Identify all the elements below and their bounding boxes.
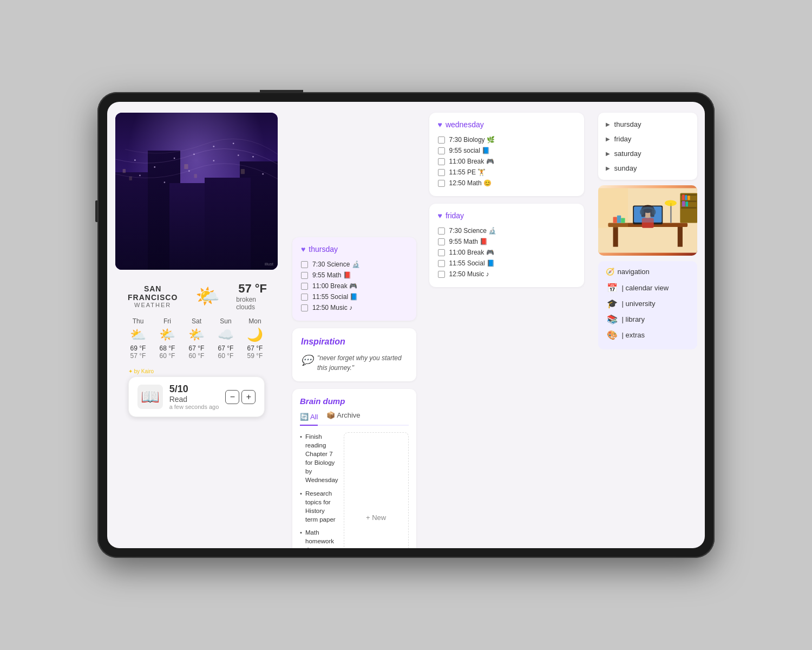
svg-point-10	[213, 160, 214, 161]
checkbox-f2[interactable]	[438, 238, 445, 245]
checkbox-5[interactable]	[438, 180, 445, 187]
checkbox-t3[interactable]	[301, 283, 308, 290]
middle-column: ♥ wednesday 7:30 Biology 🌿 9:55 social 📘…	[423, 102, 591, 548]
checkbox-3[interactable]	[438, 158, 445, 165]
svg-point-5	[233, 142, 234, 144]
friday-heart-icon: ♥	[438, 211, 442, 220]
thursday-header: ♥ thursday	[301, 245, 408, 253]
svg-point-2	[174, 158, 175, 159]
brain-tab-archive[interactable]: 📦 Archive	[326, 411, 360, 421]
schedule-item: 9:55 Math 📕	[301, 270, 408, 281]
svg-point-4	[213, 146, 214, 147]
checkbox-f3[interactable]	[438, 249, 445, 256]
widget-action: Read	[169, 395, 219, 404]
ipad-screen: illust SAN FRANCISCO WEATHER 🌤️ 57 °F br…	[107, 102, 705, 548]
friday-title: friday	[446, 211, 464, 220]
brain-tab-all[interactable]: 🔄 All	[300, 411, 318, 426]
svg-point-8	[164, 181, 166, 183]
inspiration-card: Inspiration 💬 "never forget why you star…	[292, 328, 416, 381]
university-icon: 🎓	[607, 298, 618, 309]
thursday-title: thursday	[309, 245, 338, 253]
checkbox-t2[interactable]	[301, 272, 308, 279]
image-credit: illust	[265, 262, 273, 266]
nav-section-icon: 🧭	[606, 268, 614, 276]
schedule-item: 12:50 Math 😊	[438, 178, 575, 188]
checkbox-f1[interactable]	[438, 227, 445, 235]
weather-section: SAN FRANCISCO WEATHER 🌤️ 57 °F broken cl…	[115, 276, 278, 422]
checkbox-t4[interactable]	[301, 294, 308, 301]
nav-arrow-icon: ▶	[606, 151, 610, 157]
widget-card[interactable]: 📖 5/10 Read a few seconds ago − +	[128, 376, 265, 417]
nav-thursday[interactable]: ▶ thursday	[598, 117, 697, 132]
svg-rect-44	[685, 195, 687, 200]
friday-header: ♥ friday	[438, 211, 575, 220]
nav-section-title: 🧭 navigation	[606, 268, 690, 276]
widget-progress: 5/10	[169, 384, 219, 395]
nav-section: 🧭 navigation 📅 | calendar view 🎓 | unive…	[598, 261, 697, 349]
inspiration-quote: 💬 "never forget why you started this jou…	[301, 353, 408, 373]
extras-icon: 🎨	[607, 330, 618, 340]
checkbox-f5[interactable]	[438, 271, 445, 278]
brain-dump-content: • Finish reading Chapter 7 for Biology b…	[300, 432, 409, 548]
nav-university-link[interactable]: 🎓 | university	[606, 296, 690, 311]
nav-calendar-link[interactable]: 📅 | calendar view	[606, 280, 690, 296]
mid-lower: ♥ thursday 7:30 Science 🔬 9:55 Math 📕 11…	[286, 226, 423, 548]
svg-rect-38	[598, 188, 628, 227]
weather-desc: broken clouds	[236, 296, 267, 311]
ipad-frame: illust SAN FRANCISCO WEATHER 🌤️ 57 °F br…	[97, 92, 715, 558]
svg-point-6	[252, 156, 254, 158]
weather-temp: 57 °F	[238, 282, 267, 296]
nav-library-link[interactable]: 📚 | library	[606, 311, 690, 327]
forecast-thu: Thu ⛅ 69 °F 57 °F	[130, 317, 146, 360]
main-grid: illust SAN FRANCISCO WEATHER 🌤️ 57 °F br…	[107, 102, 705, 548]
checkbox-t1[interactable]	[301, 261, 308, 268]
thursday-card: ♥ thursday 7:30 Science 🔬 9:55 Math 📕 11…	[292, 237, 416, 321]
nav-extras-link[interactable]: 🎨 | extras	[606, 327, 690, 343]
top-button	[260, 90, 303, 93]
nav-friday[interactable]: ▶ friday	[598, 132, 697, 146]
calendar-icon: 📅	[607, 283, 618, 293]
nav-arrow-icon: ▶	[606, 121, 610, 127]
nav-sunday[interactable]: ▶ sunday	[598, 161, 697, 176]
quote-icon: 💬	[301, 353, 313, 373]
checkbox-t5[interactable]	[301, 304, 308, 311]
weather-label: WEATHER	[126, 302, 179, 308]
svg-rect-13	[123, 169, 126, 173]
nav-arrow-icon: ▶	[606, 136, 610, 142]
svg-rect-47	[685, 202, 688, 206]
checkbox-2[interactable]	[438, 147, 445, 154]
svg-point-3	[193, 153, 195, 155]
volume-button	[95, 200, 97, 222]
svg-rect-37	[634, 206, 662, 222]
nav-saturday[interactable]: ▶ saturday	[598, 146, 697, 161]
wednesday-title: wednesday	[446, 120, 484, 129]
forecast-sun: Sun ☁️ 67 °F 60 °F	[218, 317, 234, 360]
checkbox-f4[interactable]	[438, 260, 445, 267]
hero-image: illust	[115, 113, 278, 270]
widget-decrement-button[interactable]: −	[225, 390, 239, 404]
checkbox-4[interactable]	[438, 169, 445, 176]
svg-rect-15	[184, 164, 188, 169]
inspiration-title: Inspiration	[301, 337, 408, 347]
quote-text: "never forget why you started this journ…	[317, 353, 408, 373]
reading-widget: ✦ by Kairo 📖 5/10 Read a few seconds ago…	[128, 368, 265, 417]
svg-rect-21	[677, 227, 682, 247]
weather-forecast: Thu ⛅ 69 °F 57 °F Fri 🌤️ 68 °F	[130, 317, 263, 360]
schedule-item: 9:55 social 📘	[438, 145, 575, 156]
schedule-item: 11:55 Social 📘	[301, 291, 408, 302]
wednesday-card: ♥ wednesday 7:30 Biology 🌿 9:55 social 📘…	[429, 113, 584, 196]
forecast-mon: Mon 🌙 67 °F 59 °F	[247, 317, 263, 360]
forecast-sat: Sat 🌤️ 67 °F 60 °F	[188, 317, 205, 360]
svg-rect-42	[681, 207, 696, 209]
schedule-item: 11:55 Social 📘	[438, 258, 575, 269]
svg-point-7	[139, 175, 141, 177]
svg-point-12	[262, 173, 264, 175]
brain-new-area[interactable]: + New	[344, 432, 409, 548]
schedule-item: 11:00 Break 🎮	[438, 156, 575, 167]
schedule-item: 11:55 PE 🏋️	[438, 167, 575, 178]
checkbox-1[interactable]	[438, 136, 445, 144]
widget-increment-button[interactable]: +	[241, 390, 256, 404]
library-icon: 📚	[607, 314, 618, 324]
weather-icon-main: 🌤️	[195, 285, 220, 308]
nav-arrow-icon: ▶	[606, 165, 610, 171]
